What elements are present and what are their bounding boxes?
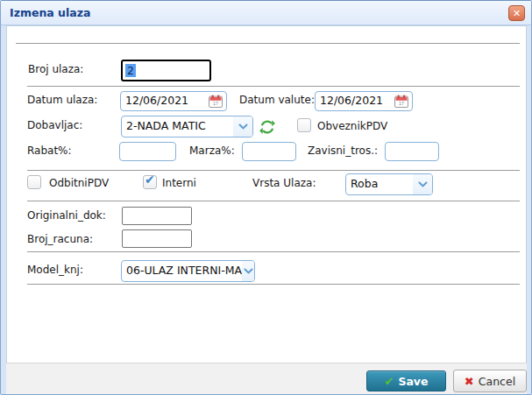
vrsta-ulaza-combo[interactable]: Roba (345, 173, 433, 195)
interni-checkbox[interactable]: ✔ (143, 175, 157, 189)
interni-label: Interni (162, 177, 196, 189)
close-icon: ✕ (513, 9, 521, 18)
odbitni-pdv-checkbox[interactable] (27, 175, 41, 189)
broj-racuna-input[interactable] (122, 229, 192, 248)
separator (27, 170, 520, 171)
zavisni-tros-label: Zavisni_tros.: (308, 145, 378, 157)
broj-ulaza-input[interactable]: 2 (121, 60, 211, 81)
chevron-down-icon[interactable] (242, 261, 254, 281)
separator (16, 43, 520, 44)
cancel-button-label: Cancel (479, 375, 515, 388)
rabat-input[interactable] (119, 142, 176, 161)
dobavljac-combo[interactable]: 2-NADA MATIC (121, 116, 253, 138)
dobavljac-label: Dobavljac: (27, 119, 82, 131)
obveznik-pdv-label: ObveznikPDV (317, 120, 387, 132)
save-button[interactable]: ✔ Save (366, 370, 446, 391)
cancel-button[interactable]: ✖ Cancel (453, 370, 527, 392)
separator (27, 284, 520, 285)
separator (27, 251, 520, 252)
datum-valute-label: Datum valute: (239, 94, 315, 106)
model-knj-label: Model_knj: (27, 264, 83, 276)
svg-text:17: 17 (399, 101, 404, 106)
cancel-x-icon: ✖ (465, 376, 474, 387)
refresh-icon[interactable] (259, 119, 275, 135)
marza-label: Marza%: (189, 145, 235, 157)
dialog-titlebar[interactable]: Izmena ulaza ✕ (1, 1, 531, 25)
datum-ulaza-field[interactable]: 12/06/2021 17 (120, 91, 227, 111)
model-knj-combo[interactable]: 06-ULAZ INTERNI-MA (121, 260, 255, 282)
zavisni-tros-input[interactable] (385, 142, 439, 161)
separator (27, 86, 520, 87)
check-icon: ✔ (145, 173, 155, 187)
datum-ulaza-value: 12/06/2021 (125, 95, 188, 107)
dialog-footer (6, 363, 527, 394)
odbitni-pdv-label: OdbitniPDV (49, 177, 109, 189)
vrsta-ulaza-label: Vrsta Ulaza: (252, 177, 316, 189)
obveznik-pdv-checkbox[interactable] (297, 118, 311, 132)
edit-entry-dialog: Izmena ulaza ✕ Broj ulaza: 2 Datum ulaza… (0, 0, 532, 395)
close-button[interactable]: ✕ (508, 5, 525, 21)
datum-valute-value: 12/06/2021 (320, 95, 383, 107)
chevron-down-icon[interactable] (233, 116, 252, 137)
calendar-icon[interactable]: 17 (394, 95, 408, 108)
marza-input[interactable] (242, 142, 296, 161)
model-knj-value: 06-ULAZ INTERNI-MA (122, 265, 242, 277)
separator (27, 201, 520, 201)
rabat-label: Rabat%: (27, 145, 72, 157)
dobavljac-value: 2-NADA MATIC (122, 121, 233, 132)
broj-ulaza-value: 2 (125, 64, 136, 77)
originalni-dok-input[interactable] (122, 207, 192, 225)
datum-ulaza-label: Datum ulaza: (27, 94, 97, 106)
svg-text:17: 17 (213, 101, 218, 106)
chevron-down-icon[interactable] (413, 174, 432, 194)
broj-ulaza-label: Broj ulaza: (28, 63, 83, 75)
broj-racuna-label: Broj_racuna: (27, 233, 93, 245)
originalni-dok-label: Originalni_dok: (27, 209, 106, 222)
save-button-label: Save (398, 375, 428, 388)
datum-valute-field[interactable]: 12/06/2021 17 (315, 91, 413, 111)
calendar-icon[interactable]: 17 (209, 95, 223, 108)
save-check-icon: ✔ (385, 376, 394, 387)
dialog-title: Izmena ulaza (10, 6, 90, 19)
vrsta-ulaza-value: Roba (346, 179, 413, 190)
